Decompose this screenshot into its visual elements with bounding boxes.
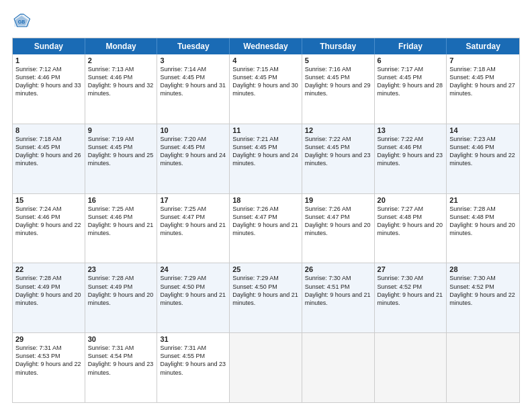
sunrise-text: Sunrise: 7:30 AM	[305, 274, 371, 282]
header-day-saturday: Saturday	[447, 38, 519, 54]
day-number: 25	[232, 265, 299, 273]
day-number: 12	[305, 126, 371, 134]
day-number: 8	[15, 126, 82, 134]
sunset-text: Sunset: 4:49 PM	[88, 283, 154, 291]
header-day-monday: Monday	[85, 38, 158, 54]
day-number: 3	[160, 56, 226, 64]
day-number: 28	[449, 265, 517, 273]
sunset-text: Sunset: 4:45 PM	[232, 73, 299, 81]
daylight-text: Daylight: 9 hours and 28 minutes.	[378, 81, 444, 97]
sunrise-text: Sunrise: 7:12 AM	[15, 65, 82, 73]
calendar-body: 1 Sunrise: 7:12 AM Sunset: 4:46 PM Dayli…	[13, 54, 519, 402]
sunset-text: Sunset: 4:50 PM	[232, 283, 299, 291]
sunrise-text: Sunrise: 7:31 AM	[15, 344, 82, 352]
day-cell-11: 11 Sunrise: 7:21 AM Sunset: 4:45 PM Dayl…	[230, 124, 302, 193]
sunset-text: Sunset: 4:45 PM	[160, 73, 226, 81]
header-day-thursday: Thursday	[302, 38, 375, 54]
day-cell-15: 15 Sunrise: 7:24 AM Sunset: 4:46 PM Dayl…	[13, 194, 85, 263]
sunrise-text: Sunrise: 7:26 AM	[305, 205, 371, 213]
day-cell-6: 6 Sunrise: 7:17 AM Sunset: 4:45 PM Dayli…	[375, 54, 447, 124]
day-cell-14: 14 Sunrise: 7:23 AM Sunset: 4:46 PM Dayl…	[447, 124, 519, 193]
calendar-header: SundayMondayTuesdayWednesdayThursdayFrid…	[13, 38, 519, 54]
daylight-text: Daylight: 9 hours and 29 minutes.	[305, 81, 371, 97]
day-cell-2: 2 Sunrise: 7:13 AM Sunset: 4:46 PM Dayli…	[85, 54, 158, 124]
header: GB	[12, 12, 520, 31]
daylight-text: Daylight: 9 hours and 23 minutes.	[160, 360, 226, 376]
sunrise-text: Sunrise: 7:31 AM	[160, 344, 226, 352]
daylight-text: Daylight: 9 hours and 22 minutes.	[449, 151, 517, 167]
day-number: 20	[378, 196, 444, 204]
day-cell-7: 7 Sunrise: 7:18 AM Sunset: 4:45 PM Dayli…	[447, 54, 519, 124]
day-number: 17	[160, 196, 226, 204]
calendar-row-2: 8 Sunrise: 7:18 AM Sunset: 4:45 PM Dayli…	[13, 124, 519, 194]
day-number: 9	[88, 126, 154, 134]
header-day-tuesday: Tuesday	[157, 38, 230, 54]
sunset-text: Sunset: 4:45 PM	[232, 143, 299, 151]
logo-icon: GB	[12, 12, 31, 31]
sunrise-text: Sunrise: 7:29 AM	[160, 274, 226, 282]
sunrise-text: Sunrise: 7:22 AM	[305, 135, 371, 143]
sunset-text: Sunset: 4:45 PM	[378, 73, 444, 81]
daylight-text: Daylight: 9 hours and 31 minutes.	[160, 81, 226, 97]
day-cell-19: 19 Sunrise: 7:26 AM Sunset: 4:47 PM Dayl…	[302, 194, 375, 263]
sunset-text: Sunset: 4:45 PM	[15, 143, 82, 151]
day-number: 7	[449, 56, 517, 64]
sunrise-text: Sunrise: 7:26 AM	[232, 205, 299, 213]
day-cell-26: 26 Sunrise: 7:30 AM Sunset: 4:51 PM Dayl…	[302, 263, 375, 332]
day-cell-12: 12 Sunrise: 7:22 AM Sunset: 4:45 PM Dayl…	[302, 124, 375, 193]
day-cell-10: 10 Sunrise: 7:20 AM Sunset: 4:45 PM Dayl…	[157, 124, 230, 193]
day-cell-27: 27 Sunrise: 7:30 AM Sunset: 4:52 PM Dayl…	[375, 263, 447, 332]
daylight-text: Daylight: 9 hours and 33 minutes.	[15, 81, 82, 97]
daylight-text: Daylight: 9 hours and 32 minutes.	[88, 81, 154, 97]
day-number: 30	[88, 335, 154, 343]
empty-cell	[230, 333, 302, 402]
sunset-text: Sunset: 4:46 PM	[15, 213, 82, 221]
logo: GB	[12, 12, 34, 31]
sunset-text: Sunset: 4:45 PM	[305, 143, 371, 151]
calendar: SundayMondayTuesdayWednesdayThursdayFrid…	[12, 38, 520, 403]
sunrise-text: Sunrise: 7:28 AM	[88, 274, 154, 282]
daylight-text: Daylight: 9 hours and 20 minutes.	[305, 221, 371, 237]
header-day-friday: Friday	[375, 38, 447, 54]
day-cell-3: 3 Sunrise: 7:14 AM Sunset: 4:45 PM Dayli…	[157, 54, 230, 124]
day-number: 21	[449, 196, 517, 204]
day-number: 2	[88, 56, 154, 64]
calendar-row-1: 1 Sunrise: 7:12 AM Sunset: 4:46 PM Dayli…	[13, 54, 519, 124]
day-cell-16: 16 Sunrise: 7:25 AM Sunset: 4:46 PM Dayl…	[85, 194, 158, 263]
sunrise-text: Sunrise: 7:15 AM	[232, 65, 299, 73]
sunset-text: Sunset: 4:51 PM	[305, 283, 371, 291]
sunrise-text: Sunrise: 7:27 AM	[378, 205, 444, 213]
sunset-text: Sunset: 4:48 PM	[378, 213, 444, 221]
day-cell-9: 9 Sunrise: 7:19 AM Sunset: 4:45 PM Dayli…	[85, 124, 158, 193]
header-day-wednesday: Wednesday	[230, 38, 302, 54]
day-number: 18	[232, 196, 299, 204]
header-day-sunday: Sunday	[13, 38, 85, 54]
sunrise-text: Sunrise: 7:14 AM	[160, 65, 226, 73]
day-number: 14	[449, 126, 517, 134]
day-number: 4	[232, 56, 299, 64]
day-number: 27	[378, 265, 444, 273]
daylight-text: Daylight: 9 hours and 21 minutes.	[305, 291, 371, 307]
day-cell-1: 1 Sunrise: 7:12 AM Sunset: 4:46 PM Dayli…	[13, 54, 85, 124]
sunset-text: Sunset: 4:48 PM	[449, 213, 517, 221]
empty-cell	[302, 333, 375, 402]
sunrise-text: Sunrise: 7:21 AM	[232, 135, 299, 143]
sunset-text: Sunset: 4:47 PM	[232, 213, 299, 221]
sunrise-text: Sunrise: 7:19 AM	[88, 135, 154, 143]
day-cell-20: 20 Sunrise: 7:27 AM Sunset: 4:48 PM Dayl…	[375, 194, 447, 263]
day-number: 1	[15, 56, 82, 64]
sunset-text: Sunset: 4:46 PM	[15, 73, 82, 81]
day-cell-21: 21 Sunrise: 7:28 AM Sunset: 4:48 PM Dayl…	[447, 194, 519, 263]
daylight-text: Daylight: 9 hours and 24 minutes.	[232, 151, 299, 167]
sunrise-text: Sunrise: 7:30 AM	[378, 274, 444, 282]
sunset-text: Sunset: 4:46 PM	[449, 143, 517, 151]
sunrise-text: Sunrise: 7:17 AM	[378, 65, 444, 73]
day-cell-18: 18 Sunrise: 7:26 AM Sunset: 4:47 PM Dayl…	[230, 194, 302, 263]
sunset-text: Sunset: 4:45 PM	[88, 143, 154, 151]
day-number: 24	[160, 265, 226, 273]
page: GB SundayMondayTuesdayWednesdayThursdayF…	[0, 0, 532, 411]
daylight-text: Daylight: 9 hours and 26 minutes.	[15, 151, 82, 167]
day-cell-5: 5 Sunrise: 7:16 AM Sunset: 4:45 PM Dayli…	[302, 54, 375, 124]
sunrise-text: Sunrise: 7:24 AM	[15, 205, 82, 213]
daylight-text: Daylight: 9 hours and 22 minutes.	[449, 291, 517, 307]
